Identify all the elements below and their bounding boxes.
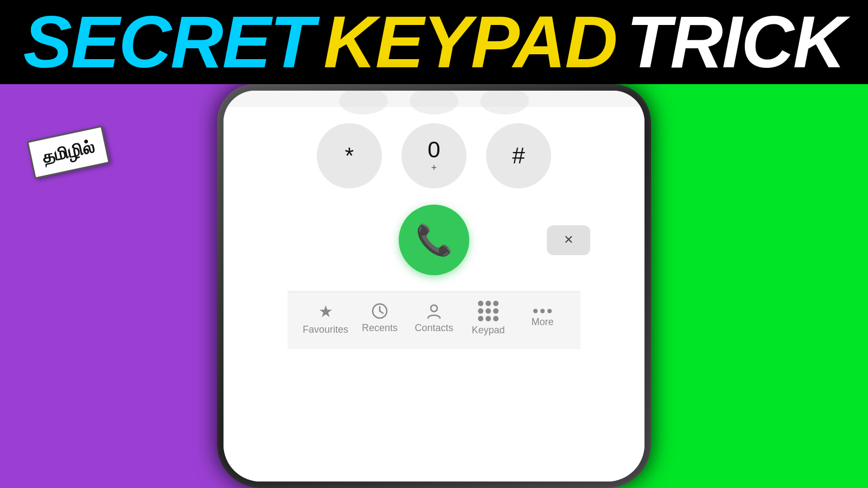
title-trick: TRICK	[627, 5, 845, 79]
key-hash-char: #	[512, 144, 525, 167]
title-keypad: KEYPAD	[323, 5, 617, 79]
title-secret: SECRET	[23, 5, 314, 79]
person-icon	[426, 303, 442, 319]
delete-icon: ✕	[564, 233, 573, 247]
nav-recents[interactable]: Recents	[353, 303, 407, 334]
phone-mockup: * 0 + # 📞 ✕	[217, 84, 651, 488]
star-icon: ★	[318, 302, 333, 321]
phone-top-partial	[224, 91, 644, 107]
key-hash[interactable]: #	[486, 123, 551, 188]
top-banner: SECRET KEYPAD TRICK	[0, 0, 868, 84]
delete-button[interactable]: ✕	[547, 225, 590, 255]
keypad-area: * 0 + # 📞 ✕	[224, 107, 644, 481]
phone-outer: * 0 + # 📞 ✕	[217, 84, 651, 488]
svg-line-2	[380, 311, 383, 313]
nav-more[interactable]: More	[515, 309, 570, 328]
call-action-row: 📞 ✕	[224, 205, 644, 275]
key-zero-char: 0	[427, 138, 440, 161]
nav-recents-label: Recents	[362, 322, 398, 334]
bottom-navigation: ★ Favourites Recents	[288, 291, 580, 349]
phone-screen: * 0 + # 📞 ✕	[224, 91, 644, 481]
clock-icon	[372, 303, 388, 319]
key-star-char: *	[345, 144, 354, 167]
dots-icon	[533, 309, 552, 313]
nav-contacts[interactable]: Contacts	[407, 303, 461, 334]
grid-icon	[478, 301, 499, 321]
nav-favourites[interactable]: ★ Favourites	[298, 302, 353, 335]
nav-favourites-label: Favourites	[303, 324, 348, 335]
call-button[interactable]: 📞	[399, 205, 469, 275]
nav-contacts-label: Contacts	[414, 322, 453, 334]
nav-more-label: More	[531, 316, 553, 328]
svg-point-3	[431, 305, 437, 312]
bottom-key-row: * 0 + #	[317, 123, 551, 188]
key-star[interactable]: *	[317, 123, 382, 188]
key-zero[interactable]: 0 +	[401, 123, 467, 188]
nav-keypad[interactable]: Keypad	[461, 301, 515, 336]
phone-icon: 📞	[416, 223, 453, 258]
nav-keypad-label: Keypad	[471, 325, 505, 336]
key-zero-sub: +	[431, 162, 437, 174]
